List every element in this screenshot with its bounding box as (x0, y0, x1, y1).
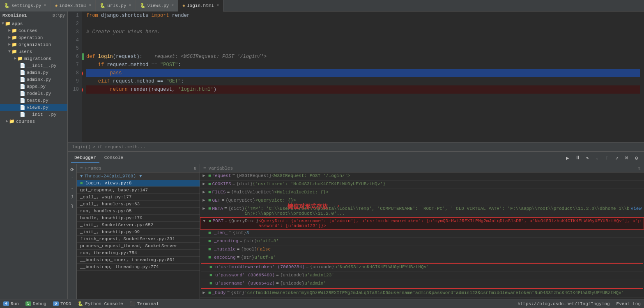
view-link[interactable]: View (631, 206, 642, 211)
frame-item-3[interactable]: _call_, handlers.py:63 (77, 201, 200, 208)
var-row-meta[interactable]: ► ■ META = {dict} {'TMP': 'C:\\Users\\ro… (200, 205, 644, 217)
var-row-mutable[interactable]: ■ _mutable = {bool} False (200, 246, 644, 254)
frame-item-4[interactable]: run, handlers.py:85 (77, 208, 200, 215)
frame-item-10[interactable]: run, threading.py:754 (77, 250, 200, 257)
expand-icon[interactable]: ► (202, 206, 208, 211)
tab-close-login[interactable]: × (216, 3, 219, 8)
vars-expand-icon[interactable]: ⇅ (638, 165, 641, 171)
expand-icon[interactable]: ▼ (203, 218, 209, 223)
sidebar-item-operation[interactable]: ► 📁 operation (0, 34, 67, 41)
tab-close-urls[interactable]: × (129, 3, 131, 8)
tab-login-html[interactable]: ◈ login.html × (178, 0, 223, 11)
var-marker: ■ (208, 173, 211, 178)
var-row-encoding1[interactable]: ■ _encoding = {str} u'utf-8' (200, 238, 644, 246)
debug-btn-settings[interactable]: ⚙ (632, 154, 641, 162)
status-event-log[interactable]: Event Log (616, 301, 641, 306)
var-marker: ■ (209, 273, 215, 278)
status-terminal[interactable]: ⬛ Terminal (130, 301, 159, 306)
var-row-username[interactable]: ■ u'username' (83665432) = {unicode} u'a… (201, 280, 643, 288)
var-row-files[interactable]: ► ■ FILES = {MultiValueDict} <MultiValue… (200, 189, 644, 197)
var-row-get[interactable]: ► ■ GET = {QueryDict} <QueryDict: {}> (200, 197, 644, 205)
debug-btn-step-into[interactable]: ↓ (593, 154, 601, 162)
tab-views-py[interactable]: 🐍 views.py × (136, 0, 179, 11)
sidebar-item-apps[interactable]: ▼ 📁 apps (0, 20, 67, 27)
folder-icon: 📁 (9, 119, 15, 124)
tab-index-html[interactable]: ◈ index.html × (51, 0, 96, 11)
var-row-csrf[interactable]: ■ u'csrfmiddlewaretoken' (70690384) = {u… (201, 264, 643, 272)
sidebar-item-init2[interactable]: 📄 __init__.py (0, 111, 67, 118)
sidebar-item-apps-py[interactable]: 📄 apps.py (0, 83, 67, 90)
sidebar-item-courses[interactable]: ► 📁 courses (0, 27, 67, 34)
debug-btn-run-cursor[interactable]: ↗ (613, 154, 621, 162)
arrow-icon: ► (8, 28, 11, 33)
var-row-cookies[interactable]: ► ■ COOKIES = {dict} {'csrftoken': 'NuO4… (200, 181, 644, 189)
sidebar-item-migrations[interactable]: ► 📁 migrations (0, 55, 67, 62)
var-row-encoding2[interactable]: ■ encoding = {str} u'utf-8' (200, 254, 644, 262)
sidebar-item-admin[interactable]: 📄 admin.py (0, 69, 67, 76)
variables-icon: ≡ (203, 166, 206, 171)
frames-header: ≡ Frames ⇅ (77, 164, 200, 172)
status-run[interactable]: 4 Run (3, 301, 19, 306)
tab-close-settings[interactable]: × (44, 3, 46, 8)
tab-close-index[interactable]: × (89, 3, 91, 8)
expand-icon[interactable]: ► (202, 290, 208, 295)
frame-item-11[interactable]: __bootstrap_inner, threading.py:801 (77, 257, 200, 264)
frame-item-2[interactable]: _call_, wsgi.py:177 (77, 194, 200, 201)
debug-btn-step-over[interactable]: ↷ (583, 154, 591, 162)
debug-panel: Debugger Console ▶ ⏸ ↷ ↓ ↑ ↗ ⌘ ⚙ ⟳ ↑ ↓ ⤴ (68, 151, 644, 299)
sidebar-item-tests[interactable]: 📄 tests.py (0, 97, 67, 104)
tab-console[interactable]: Console (101, 154, 126, 163)
debug-btn-step-out[interactable]: ↑ (603, 154, 611, 162)
side-btn-5[interactable]: ⤵ (69, 202, 76, 209)
code-line-7: if request.method == "POST": (86, 61, 640, 69)
expand-icon[interactable]: ► (202, 190, 208, 195)
status-debug[interactable]: 5 Debug (25, 301, 46, 306)
var-row-post[interactable]: ▼ ■ POST = {QueryDict} <QueryDict: {u'us… (200, 217, 644, 230)
sidebar-item-init1[interactable]: 📄 __init__.py (0, 62, 67, 69)
status-todo[interactable]: 6 TODO (53, 301, 71, 306)
status-python-console[interactable]: 🐍 Python Console (78, 301, 123, 306)
frame-item-6[interactable]: _init_, SocketServer.py:652 (77, 222, 200, 229)
sidebar-item-adminx[interactable]: 📄 adminx.py (0, 76, 67, 83)
sidebar-item-organization[interactable]: ► 📁 organization (0, 41, 67, 48)
frame-item-12[interactable]: __bootstrap, threading.py:774 (77, 264, 200, 271)
folder-icon: 📁 (17, 56, 23, 61)
status-url[interactable]: https://blog.csdn.net/fIngfIngylng (518, 301, 610, 306)
var-row-request[interactable]: ► ■ request = {WSGIRequest} <WSGIRequest… (200, 172, 644, 181)
frame-item-7[interactable]: _init_, basehttp.py:99 (77, 229, 200, 236)
expand-icon[interactable]: ► (202, 182, 208, 186)
debug-btn-resume[interactable]: ▶ (564, 154, 572, 162)
tab-urls-py[interactable]: 🐍 urls.py × (96, 0, 136, 11)
expand-icon[interactable]: ► (202, 198, 208, 203)
frame-item-5[interactable]: handle, basehttp.py:179 (77, 215, 200, 222)
thread-dropdown-icon[interactable]: ▼ (139, 174, 142, 179)
sidebar-item-users[interactable]: ▼ 📁 users (0, 48, 67, 55)
tab-debugger[interactable]: Debugger (71, 154, 99, 163)
side-btn-3[interactable]: ↓ (69, 184, 76, 191)
frame-item-9[interactable]: process_request_thread, SocketServer (77, 243, 200, 250)
frame-item-8[interactable]: finish_request, SocketServer.py:331 (77, 236, 200, 243)
debug-btn-eval[interactable]: ⌘ (623, 154, 631, 162)
frame-item-1[interactable]: get_response, base.py:147 (77, 187, 200, 194)
thread-item[interactable]: ▼ Thread-24(pid_9788) ▼ (77, 172, 200, 180)
var-row-password[interactable]: ■ u'password' (83665480) = {unicode} u'a… (201, 272, 643, 280)
side-btn-4[interactable]: ⤴ (69, 193, 76, 200)
side-btn-2[interactable]: ↑ (69, 175, 76, 182)
code-line-9: elif request.method == "GET": (86, 77, 640, 85)
expand-icon[interactable]: ► (202, 173, 208, 178)
var-marker: ■ (209, 218, 212, 223)
sidebar-item-courses2[interactable]: ► 📁 courses (0, 118, 67, 125)
frame-icon: ■ (80, 181, 85, 186)
status-bar-left: 4 Run 5 Debug 6 TODO 🐍 Python Console ⬛ … (3, 301, 159, 306)
tab-settings-py[interactable]: 🐍 settings.py × (0, 0, 51, 11)
sidebar-item-views[interactable]: 📄 views.py (0, 104, 67, 111)
sidebar-item-models[interactable]: 📄 models.py (0, 90, 67, 97)
frame-item-0[interactable]: ■ login, views.py:8 (77, 180, 200, 187)
tab-close-views[interactable]: × (171, 3, 174, 8)
side-btn-1[interactable]: ⟳ (69, 166, 76, 173)
file-icon: 📄 (20, 112, 25, 117)
var-row-body[interactable]: ► ■ _body = {str} 'csrfmiddlewaretoken=m… (200, 290, 644, 298)
var-row-len[interactable]: ■ _len_ = {int} 3 (200, 230, 644, 238)
debug-btn-pause[interactable]: ⏸ (573, 154, 582, 162)
var-marker: ■ (209, 281, 215, 286)
